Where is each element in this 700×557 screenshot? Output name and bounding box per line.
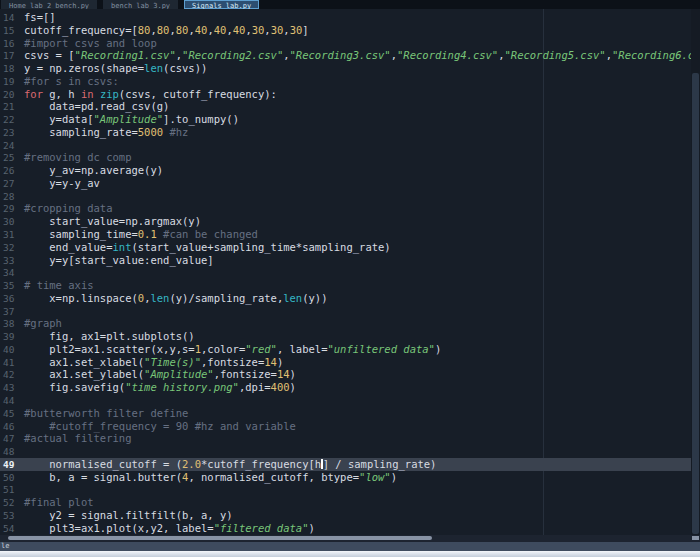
code-line[interactable]: 40 plt2=ax1.scatter(x,y,s=1,color="red",…	[0, 343, 691, 356]
code-line[interactable]: 36 x=np.linspace(0,len(y)/sampling_rate,…	[0, 292, 691, 305]
code-token: y=y-y_av	[24, 177, 100, 189]
editor-tab-0[interactable]: Home lab 2 bench.py	[1, 0, 97, 9]
code-line[interactable]: 33 y=y[start_value:end_value]	[0, 254, 691, 267]
editor-tab-2[interactable]: Signals lab.py	[184, 0, 259, 9]
horizontal-scrollbar-thumb[interactable]	[8, 536, 432, 540]
code-line[interactable]: 49 normalised_cutoff = (2.0*cutoff_frequ…	[0, 458, 691, 471]
code-token: )	[277, 356, 283, 368]
code-line[interactable]: 39 fig, ax1=plt.subplots()	[0, 330, 691, 343]
code-line[interactable]: 19#for s in csvs:	[0, 75, 691, 88]
code-token: ].to_numpy()	[163, 113, 239, 125]
code-token: "red"	[245, 343, 277, 355]
code-line[interactable]: 21 data=pd.read_csv(g)	[0, 100, 691, 113]
code-token: 5000	[138, 126, 163, 138]
line-number: 14	[0, 12, 24, 25]
code-line[interactable]: 48	[0, 445, 691, 458]
line-number: 19	[0, 76, 24, 89]
code-token: ax1.set_xlabel(	[24, 356, 144, 368]
code-token: sampling_rate=	[24, 126, 138, 138]
code-line[interactable]: 43 fig.savefig("time history.png",dpi=40…	[0, 381, 691, 394]
code-line[interactable]: 37	[0, 305, 691, 318]
code-line[interactable]: 25#removing dc comp	[0, 151, 691, 164]
code-line[interactable]: 16#import csvs and loop	[0, 37, 691, 50]
code-token: "Amplitude"	[94, 113, 164, 125]
code-token: y2 = signal.filtfilt(b, a, y)	[24, 509, 233, 521]
code-token: in	[81, 88, 94, 100]
code-token: "Recording2.csv"	[182, 49, 283, 61]
code-token: fig, ax1=plt.subplots()	[24, 330, 195, 342]
code-token: ax1.set_ylabel(	[24, 368, 144, 380]
code-token: plt3=ax1.plot(x,y2, label=	[24, 522, 214, 534]
code-line[interactable]: 30 start_value=np.argmax(y)	[0, 215, 691, 228]
code-line[interactable]: 31 sampling_time=0.1 #can be changed	[0, 228, 691, 241]
code-line[interactable]: 41 ax1.set_xlabel("Time(s)",fontsize=14)	[0, 356, 691, 369]
code-line[interactable]: 42 ax1.set_ylabel("Amplitude",fontsize=1…	[0, 368, 691, 381]
line-number: 54	[0, 523, 24, 535]
code-token: 40	[195, 24, 208, 36]
code-line[interactable]: 54 plt3=ax1.plot(x,y2, label="filtered d…	[0, 522, 691, 535]
code-token: len	[150, 292, 169, 304]
code-line[interactable]: 51	[0, 483, 691, 496]
code-token: , label=	[277, 343, 328, 355]
vertical-scrollbar-thumb[interactable]	[692, 73, 699, 534]
code-editor[interactable]: 14fs=[]15cutoff_frequency=[80,80,80,40,4…	[0, 9, 700, 557]
code-line[interactable]: 32 end_value=int(start_value+sampling_ti…	[0, 241, 691, 254]
code-lines: 14fs=[]15cutoff_frequency=[80,80,80,40,4…	[0, 11, 691, 535]
code-token: #import csvs and loop	[24, 37, 157, 49]
line-number: 23	[0, 127, 24, 140]
code-line[interactable]: 50 b, a = signal.butter(4, normalised_cu…	[0, 471, 691, 484]
code-line[interactable]: 27 y=y-y_av	[0, 177, 691, 190]
code-line[interactable]: 46 #cutoff_frequency = 90 #hz and variab…	[0, 420, 691, 433]
code-token: start_value=np.argmax(y)	[24, 215, 201, 227]
code-line[interactable]: 44	[0, 394, 691, 407]
code-token: for	[24, 88, 43, 100]
code-token: zip	[100, 88, 119, 100]
code-line[interactable]: 34	[0, 266, 691, 279]
code-token: )	[308, 522, 314, 534]
editor-tab-1[interactable]: bench lab 3.py	[103, 0, 178, 9]
code-line[interactable]: 15cutoff_frequency=[80,80,80,40,40,40,30…	[0, 24, 691, 37]
code-line[interactable]: 18y = np.zeros(shape=len(csvs))	[0, 62, 691, 75]
code-token: "filtered data"	[214, 522, 309, 534]
code-token: len	[283, 292, 302, 304]
code-line[interactable]: 28	[0, 190, 691, 203]
horizontal-scrollbar[interactable]	[0, 535, 700, 542]
code-line[interactable]: 20for g, h in zip(csvs, cutoff_frequency…	[0, 88, 691, 101]
ide-window: Home lab 2 bench.pybench lab 3.pySignals…	[0, 0, 700, 557]
code-line[interactable]: 45#butterworth filter define	[0, 407, 691, 420]
code-token: int	[113, 241, 132, 253]
line-number: 36	[0, 293, 24, 306]
code-token: g, h	[43, 88, 81, 100]
code-line[interactable]: 22 y=data["Amplitude"].to_numpy()	[0, 113, 691, 126]
code-line[interactable]: 47#actual filtering	[0, 432, 691, 445]
code-token: 30	[290, 24, 303, 36]
code-line[interactable]: 52#final plot	[0, 496, 691, 509]
code-line[interactable]: 29#cropping data	[0, 202, 691, 215]
code-line[interactable]: 53 y2 = signal.filtfilt(b, a, y)	[0, 509, 691, 522]
code-token: (csvs))	[163, 62, 207, 74]
code-line[interactable]: 38#graph	[0, 317, 691, 330]
vertical-scrollbar[interactable]	[691, 9, 700, 535]
code-token: data=pd.read_csv(g)	[24, 100, 169, 112]
code-token: sampling_time=	[24, 228, 138, 240]
code-line[interactable]: 14fs=[]	[0, 11, 691, 24]
code-line[interactable]: 23 sampling_rate=5000 #hz	[0, 126, 691, 139]
code-line[interactable]: 24	[0, 139, 691, 152]
code-token: )	[391, 471, 397, 483]
scrollbar-corner	[692, 536, 699, 540]
code-token: ]	[302, 24, 308, 36]
code-token: 40	[214, 24, 227, 36]
code-line[interactable]: 17csvs = ["Recording1.csv","Recording2.c…	[0, 49, 691, 62]
code-token: y=data[	[24, 113, 94, 125]
code-token: 80	[138, 24, 151, 36]
line-number: 15	[0, 25, 24, 38]
code-token: #final plot	[24, 496, 94, 508]
code-token: "Time(s)"	[144, 356, 201, 368]
status-bar-text: le	[1, 542, 9, 550]
code-token: ] / sampling_rate)	[323, 458, 437, 470]
line-number: 22	[0, 114, 24, 127]
code-line[interactable]: 35# time axis	[0, 279, 691, 292]
code-token: ,fontsize=	[214, 368, 277, 380]
code-token: , normalised_cutoff, btype=	[188, 471, 359, 483]
code-line[interactable]: 26 y_av=np.average(y)	[0, 164, 691, 177]
